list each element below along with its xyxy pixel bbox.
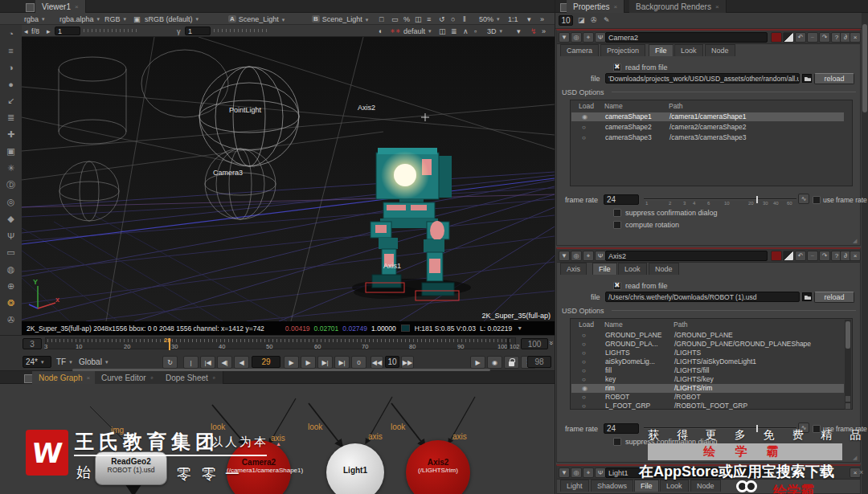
close-icon[interactable] bbox=[850, 467, 861, 478]
resize-grip[interactable] bbox=[853, 455, 859, 461]
overflow-icon[interactable] bbox=[540, 14, 544, 24]
node-name-field[interactable]: Light1 bbox=[605, 467, 768, 478]
pick-icon[interactable] bbox=[583, 467, 594, 478]
exposure-down-icon[interactable] bbox=[24, 26, 28, 36]
globe-icon[interactable] bbox=[0, 295, 22, 312]
depth-icon[interactable] bbox=[0, 177, 22, 194]
minimize-icon[interactable] bbox=[807, 251, 818, 261]
pane-menu-icon[interactable] bbox=[26, 3, 35, 12]
layers-icon[interactable] bbox=[427, 14, 431, 24]
sphere-icon[interactable] bbox=[0, 76, 22, 92]
flipbook-button[interactable] bbox=[470, 356, 485, 369]
zoom-level-dropdown[interactable]: 50% bbox=[479, 14, 500, 24]
radio-icon[interactable] bbox=[582, 340, 586, 348]
node-light1[interactable]: Light1 bbox=[326, 443, 384, 494]
color-swatch-button[interactable] bbox=[771, 32, 782, 43]
layers-stack-icon[interactable] bbox=[0, 109, 22, 126]
undo-icon[interactable] bbox=[795, 32, 806, 43]
tab-node[interactable]: Node bbox=[690, 480, 721, 492]
play-forward-button[interactable] bbox=[301, 356, 316, 369]
view-3d-dropdown[interactable]: 3D bbox=[487, 26, 502, 36]
tray-icon[interactable] bbox=[0, 244, 22, 261]
colorspace-dropdown[interactable]: sRGB (default) bbox=[145, 14, 199, 24]
frame-step-field[interactable]: 10 bbox=[385, 356, 399, 368]
tools-icon[interactable] bbox=[595, 32, 606, 43]
3d-viewport[interactable]: PointLight Axis2 Camera3 Axis1 2K_Super_… bbox=[22, 37, 555, 321]
center-icon[interactable] bbox=[571, 467, 582, 478]
alpha-channel-dropdown[interactable]: rgba.alpha bbox=[59, 14, 100, 24]
usd-row[interactable]: LIGHTS/LIGHTS bbox=[571, 349, 844, 357]
read-from-file-checkbox[interactable] bbox=[613, 63, 621, 71]
tools-icon[interactable] bbox=[595, 251, 606, 261]
slider-handle[interactable] bbox=[756, 196, 758, 203]
step-forward-button[interactable] bbox=[401, 356, 414, 369]
gain-slider[interactable] bbox=[84, 29, 140, 32]
range-end-field[interactable]: 100 bbox=[521, 338, 548, 349]
radio-icon[interactable] bbox=[582, 349, 586, 357]
center-icon[interactable] bbox=[571, 251, 582, 261]
usd-row[interactable]: cameraShape3 /camera3/cameraShape3 bbox=[571, 133, 844, 142]
target-icon[interactable] bbox=[0, 278, 22, 295]
slider-handle[interactable] bbox=[756, 425, 758, 432]
chevron-down-icon[interactable] bbox=[527, 14, 531, 24]
radio-icon[interactable] bbox=[582, 133, 586, 141]
pixel-aspect-label[interactable]: 1:1 bbox=[508, 14, 518, 24]
radio-icon[interactable] bbox=[582, 357, 586, 365]
record-button[interactable] bbox=[487, 356, 502, 369]
color-swatch-button[interactable] bbox=[771, 251, 782, 261]
usd-row[interactable]: cameraShape2 /camera2/cameraShape2 bbox=[571, 123, 844, 132]
tab-projection[interactable]: Projection bbox=[600, 44, 645, 56]
channels-dropdown[interactable]: rgba bbox=[24, 14, 45, 24]
translate-icon[interactable] bbox=[0, 126, 22, 143]
close-icon[interactable] bbox=[850, 32, 861, 43]
collapse-icon[interactable] bbox=[559, 467, 570, 478]
collapse-icon[interactable] bbox=[559, 251, 570, 261]
timeline-options-icon[interactable] bbox=[547, 341, 555, 345]
folder-icon[interactable] bbox=[802, 74, 812, 83]
tag-icon[interactable] bbox=[0, 210, 22, 227]
table-scrollbar[interactable] bbox=[845, 320, 851, 410]
node-graph-canvas[interactable]: img look axis look axis look axis ReadGe… bbox=[0, 384, 555, 494]
compass-icon[interactable] bbox=[0, 261, 22, 278]
menu-icon[interactable] bbox=[0, 42, 22, 59]
usd-row[interactable]: fill/LIGHTS/fill bbox=[571, 366, 844, 375]
close-icon[interactable] bbox=[86, 374, 90, 382]
node-name-field[interactable]: Camera2 bbox=[605, 32, 768, 43]
exposure-up-icon[interactable] bbox=[47, 26, 51, 36]
tab-file[interactable]: File bbox=[592, 263, 617, 275]
timecode-mode-dropdown[interactable]: TF bbox=[56, 356, 72, 368]
select-arrow-icon[interactable] bbox=[0, 92, 22, 109]
frame-rate-slider[interactable]: 1 2 3 4 6 10 20 30 40 60 bbox=[644, 194, 796, 205]
tab-look[interactable]: Look bbox=[674, 44, 703, 56]
chevron-down-icon[interactable] bbox=[517, 26, 521, 36]
tab-axis[interactable]: Axis bbox=[560, 263, 587, 275]
read-from-file-checkbox[interactable] bbox=[613, 282, 621, 290]
close-icon[interactable] bbox=[850, 251, 861, 261]
refresh-icon[interactable] bbox=[439, 14, 445, 24]
camera2-usd-table[interactable]: Load Name Path cameraShape1 /camera1/cam… bbox=[570, 100, 853, 186]
play-backward-button[interactable] bbox=[234, 356, 249, 369]
tab-node-graph[interactable]: Node Graph bbox=[32, 371, 97, 384]
overflow-icon[interactable] bbox=[542, 26, 546, 36]
range-end-marker[interactable] bbox=[507, 338, 510, 349]
proxy-icon[interactable] bbox=[403, 14, 410, 24]
frame-rate-field[interactable]: 24 bbox=[604, 194, 639, 205]
reload-button[interactable]: reload bbox=[814, 73, 854, 84]
play-button[interactable] bbox=[284, 356, 299, 369]
close-icon[interactable] bbox=[75, 3, 79, 10]
tab-curve-editor[interactable]: Curve Editor bbox=[95, 371, 162, 384]
range-mode-dropdown[interactable]: Global bbox=[79, 356, 108, 368]
gamma-toggle-icon[interactable] bbox=[133, 14, 141, 24]
redo-icon[interactable] bbox=[819, 251, 830, 261]
center-icon[interactable] bbox=[571, 32, 582, 43]
channel-mask-button[interactable] bbox=[783, 32, 794, 43]
axis2-usd-table[interactable]: Load Name Path GROUND_PLANE/GROUND_PLANE… bbox=[570, 318, 853, 410]
radio-selected-icon[interactable] bbox=[582, 384, 588, 392]
camera-icon[interactable] bbox=[0, 312, 22, 329]
node-name-field[interactable]: Axis2 bbox=[605, 251, 768, 261]
usd-row[interactable]: cameraShape1 /camera1/cameraShape1 bbox=[571, 112, 844, 121]
scrollbar-thumb[interactable] bbox=[862, 24, 867, 112]
usd-row[interactable]: key/LIGHTS/key bbox=[571, 375, 844, 384]
usd-row[interactable]: GROUND_PLA.../GROUND_PLANE/GROUND_PLANES… bbox=[571, 340, 844, 349]
usd-row[interactable]: GROUND_PLANE/GROUND_PLANE bbox=[571, 331, 844, 340]
